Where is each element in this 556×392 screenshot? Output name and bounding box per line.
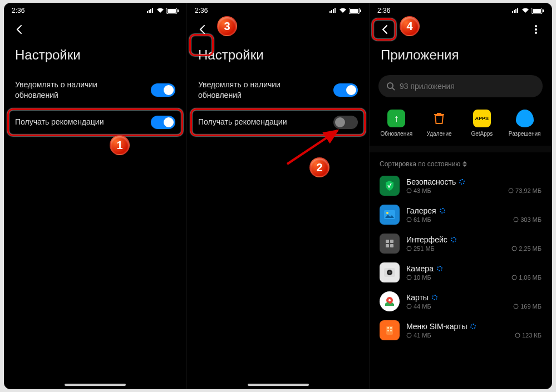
- back-button[interactable]: [191, 18, 214, 41]
- gear-icon: [406, 217, 412, 222]
- loading-icon: [459, 179, 465, 185]
- svg-rect-39: [387, 330, 389, 331]
- wifi-icon: [521, 8, 529, 13]
- svg-rect-8: [533, 9, 541, 13]
- search-placeholder: 93 приложения: [400, 82, 455, 91]
- clock-icon: [513, 304, 519, 309]
- app-row-launcher[interactable]: Интерфейс 251 МБ2,25 МБ: [370, 229, 552, 258]
- row-label: Уведомлять о наличии обновлений: [15, 80, 126, 101]
- action-updates[interactable]: ↑ Обновления: [377, 110, 416, 137]
- toggle-recommendations[interactable]: [151, 116, 175, 129]
- gesture-bar: [65, 384, 126, 386]
- gesture-bar: [248, 384, 309, 386]
- step-badge-1: 1: [110, 135, 130, 155]
- svg-point-18: [386, 212, 388, 214]
- svg-rect-5: [360, 9, 361, 12]
- toggle-notify-updates[interactable]: [151, 83, 175, 97]
- app-row-gallery[interactable]: Галерея 61 МБ303 МБ: [370, 200, 552, 229]
- step-badge-2: 2: [309, 157, 329, 177]
- svg-rect-2: [178, 9, 179, 12]
- status-bar: 2:36: [370, 3, 552, 18]
- camera-icon: [380, 262, 400, 282]
- toggle-recommendations[interactable]: [333, 116, 358, 129]
- row-label: Получать рекомендации: [198, 117, 287, 127]
- svg-point-13: [387, 83, 393, 88]
- svg-point-33: [388, 299, 391, 301]
- row-notify-updates[interactable]: Уведомлять о наличии обновлений: [4, 73, 186, 107]
- upload-icon: ↑: [387, 110, 405, 127]
- gear-icon: [406, 275, 412, 280]
- svg-line-14: [392, 88, 395, 90]
- row-label: Получать рекомендации: [15, 117, 104, 127]
- clock: 2:36: [12, 7, 24, 14]
- app-row-maps[interactable]: Карты 44 МБ169 МБ: [370, 287, 552, 316]
- sort-icon: [462, 161, 467, 167]
- svg-point-12: [535, 32, 537, 34]
- clock: 2:36: [377, 7, 390, 14]
- svg-rect-1: [168, 9, 176, 13]
- action-getapps[interactable]: APPS GetApps: [462, 110, 501, 137]
- clock-icon: [511, 246, 517, 251]
- action-uninstall[interactable]: Удаление: [420, 110, 459, 137]
- row-recommendations[interactable]: Получать рекомендации: [187, 107, 369, 137]
- page-title: Настройки: [4, 41, 186, 73]
- svg-point-41: [407, 333, 411, 338]
- signal-icon: [146, 8, 154, 13]
- header: [370, 18, 552, 41]
- back-button[interactable]: [374, 18, 396, 41]
- row-notify-updates[interactable]: Уведомлять о наличии обновлений: [187, 73, 369, 107]
- loading-icon: [437, 266, 442, 271]
- svg-rect-23: [386, 244, 389, 247]
- launcher-icon: [380, 234, 400, 254]
- action-permissions[interactable]: Разрешения: [505, 110, 544, 137]
- search-input[interactable]: 93 приложения: [378, 75, 543, 97]
- header: [187, 18, 369, 41]
- loading-icon: [451, 237, 456, 242]
- loading-icon: [440, 208, 445, 214]
- security-icon: [380, 176, 400, 196]
- more-menu-button[interactable]: [525, 18, 547, 41]
- svg-point-42: [515, 333, 520, 338]
- clock: 2:36: [195, 7, 208, 14]
- wifi-icon: [156, 8, 164, 13]
- clock-icon: [515, 333, 520, 338]
- battery-icon: [349, 8, 361, 14]
- svg-point-34: [407, 304, 411, 309]
- svg-rect-4: [350, 9, 358, 13]
- header: [4, 18, 186, 41]
- svg-point-31: [512, 275, 516, 280]
- row-label: Уведомлять о наличии обновлений: [198, 80, 309, 101]
- loading-icon: [432, 295, 437, 300]
- app-row-sim[interactable]: Меню SIM-карты 41 МБ123 КБ: [370, 316, 552, 345]
- status-icons: [329, 8, 361, 14]
- svg-rect-9: [543, 9, 544, 12]
- svg-point-26: [512, 246, 516, 251]
- gallery-icon: [380, 205, 400, 225]
- quick-actions: ↑ Обновления Удаление APPS GetApps Разре…: [370, 106, 552, 152]
- row-recommendations[interactable]: Получать рекомендации: [4, 107, 186, 137]
- svg-point-15: [407, 188, 411, 193]
- pane-settings-1: 2:36 Настройки Уведомлять о наличии обно…: [4, 3, 186, 389]
- svg-rect-40: [390, 330, 392, 331]
- clock-icon: [508, 188, 514, 193]
- app-row-camera[interactable]: Камера 10 МБ1,06 МБ: [370, 258, 552, 287]
- svg-rect-21: [386, 240, 389, 243]
- search-icon: [386, 82, 395, 91]
- status-bar: 2:36: [4, 3, 186, 18]
- app-row-security[interactable]: Безопасность 43 МБ73,92 МБ: [370, 171, 552, 200]
- svg-rect-24: [390, 244, 393, 247]
- svg-point-10: [535, 25, 537, 27]
- svg-point-30: [407, 275, 411, 280]
- toggle-notify-updates[interactable]: [333, 83, 358, 97]
- battery-icon: [166, 8, 179, 14]
- sort-selector[interactable]: Сортировка по состоянию: [370, 152, 552, 171]
- clock-icon: [513, 217, 519, 222]
- svg-rect-36: [386, 326, 393, 335]
- gear-icon: [406, 246, 412, 251]
- clock-icon: [511, 275, 517, 280]
- trash-icon: [430, 110, 448, 127]
- back-button[interactable]: [8, 18, 31, 41]
- pane-apps: 2:36 4 Приложения 93 приложения ↑: [369, 3, 552, 389]
- svg-rect-22: [390, 240, 393, 243]
- loading-icon: [470, 324, 476, 329]
